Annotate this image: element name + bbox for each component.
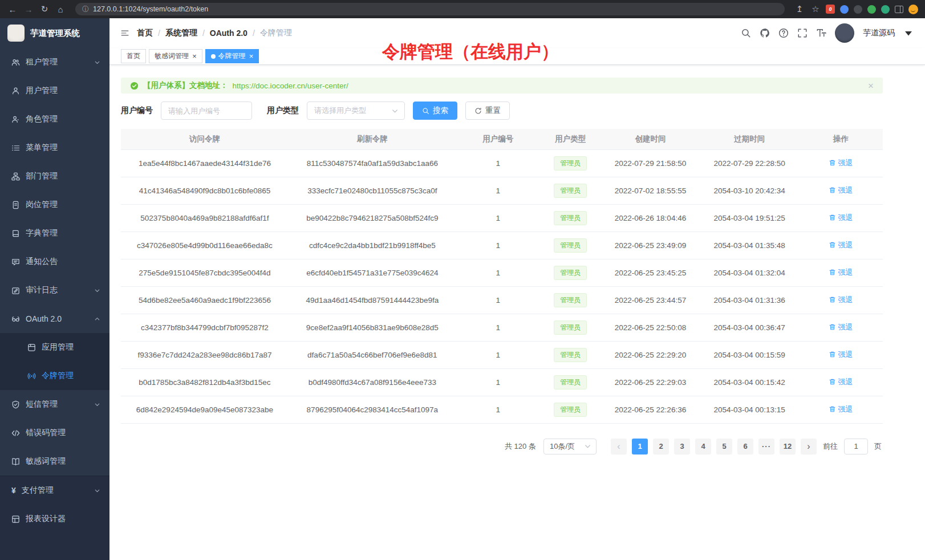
breadcrumb-item[interactable]: OAuth 2.0	[210, 29, 248, 38]
alert-doc-link[interactable]: https://doc.iocoder.cn/user-center/	[233, 82, 348, 90]
prev-page-button[interactable]: ‹	[611, 439, 627, 455]
tab-首页[interactable]: 首页	[121, 49, 146, 63]
book-icon	[11, 457, 20, 466]
cell-access-token: c342377bf8b344799dcbf7bf095287f2	[121, 314, 289, 341]
sidebar-item-oauth2[interactable]: OAuth 2.0	[0, 305, 109, 333]
page-size-value: 10条/页	[550, 441, 575, 452]
goto-page-input[interactable]	[844, 439, 868, 455]
user-type-select[interactable]: 请选择用户类型	[307, 102, 405, 120]
page-size-select[interactable]: 10条/页	[543, 439, 597, 455]
sidebar-item-menu[interactable]: 菜单管理	[0, 133, 109, 162]
fullscreen-icon[interactable]	[797, 28, 808, 38]
sidebar-item-tenant[interactable]: 租户管理	[0, 48, 109, 76]
more-pages-button[interactable]: ···	[758, 439, 774, 455]
breadcrumb-item[interactable]: 首页	[137, 28, 153, 38]
force-logout-button[interactable]: 强退	[829, 267, 853, 278]
force-logout-button[interactable]: 强退	[829, 322, 853, 332]
github-icon[interactable]	[760, 28, 770, 38]
page-button-3[interactable]: 3	[674, 439, 690, 455]
info-icon[interactable]: ⓘ	[82, 5, 89, 14]
force-logout-button[interactable]: 强退	[829, 404, 853, 415]
force-logout-button[interactable]: 强退	[829, 158, 853, 168]
app-logo[interactable]: 芋道管理系统	[0, 18, 109, 48]
font-size-icon[interactable]	[816, 28, 826, 38]
question-icon[interactable]	[778, 28, 789, 38]
sidebar-item-error-code[interactable]: 错误码管理	[0, 419, 109, 447]
chevron-down-icon	[94, 287, 100, 294]
extension-red-badge-icon[interactable]: 0	[826, 5, 835, 14]
sidebar-item-report-designer[interactable]: 报表设计器	[0, 505, 109, 533]
sidebar-item-audit-log[interactable]: 审计日志	[0, 276, 109, 305]
cell-user-type: 管理员	[540, 149, 601, 177]
reload-icon[interactable]: ↻	[39, 4, 50, 14]
force-logout-button[interactable]: 强退	[829, 213, 853, 223]
sidebar-item-notice[interactable]: 通知公告	[0, 247, 109, 276]
page-button-1[interactable]: 1	[632, 439, 648, 455]
back-icon[interactable]: ←	[7, 5, 18, 14]
page-button-4[interactable]: 4	[695, 439, 711, 455]
reset-button[interactable]: 重置	[465, 102, 510, 120]
sidebar-item-dict[interactable]: 字典管理	[0, 219, 109, 247]
user-avatar[interactable]	[835, 23, 854, 43]
alert-close-icon[interactable]: ×	[868, 81, 874, 91]
tab-敏感词管理[interactable]: 敏感词管理×	[149, 49, 202, 63]
cell-access-token: 502375b8040a469a9b82188afdf6af1f	[121, 204, 289, 232]
page-button-2[interactable]: 2	[653, 439, 669, 455]
tab-label: 令牌管理	[218, 51, 246, 61]
tab-close-icon[interactable]: ×	[192, 52, 197, 60]
forward-icon[interactable]: →	[23, 5, 34, 14]
home-icon[interactable]: ⌂	[55, 5, 66, 14]
url-bar[interactable]: ⓘ 127.0.0.1:1024/system/oauth2/token	[75, 3, 785, 15]
trash-icon	[829, 214, 836, 221]
search-button[interactable]: 搜索	[413, 102, 457, 120]
user-id-input[interactable]	[161, 102, 252, 120]
force-logout-button[interactable]: 强退	[829, 295, 853, 305]
force-logout-button[interactable]: 强退	[829, 350, 853, 360]
bookmark-star-icon[interactable]: ☆	[810, 4, 821, 14]
force-logout-button[interactable]: 强退	[829, 240, 853, 250]
sidebar-item-label: 应用管理	[42, 342, 100, 352]
page-button-6[interactable]: 6	[737, 439, 753, 455]
sidebar-item-sensitive-word[interactable]: 敏感词管理	[0, 447, 109, 476]
cell-created-time: 2022-06-25 23:45:25	[601, 259, 700, 286]
extension-blue-icon[interactable]	[840, 5, 849, 14]
cell-user-type: 管理员	[540, 341, 601, 368]
share-icon[interactable]: ↥	[794, 4, 805, 14]
page-suffix-label: 页	[874, 441, 882, 452]
sidebar-item-pay[interactable]: ¥支付管理	[0, 476, 109, 505]
trash-icon	[829, 269, 836, 276]
sidebar-item-label: 报表设计器	[26, 514, 100, 524]
caret-down-icon[interactable]	[903, 28, 914, 38]
force-logout-label: 强退	[838, 240, 853, 250]
split-view-icon[interactable]	[895, 6, 903, 13]
extensions-puzzle-icon[interactable]	[881, 5, 890, 14]
breadcrumb-item[interactable]: 系统管理	[165, 28, 197, 38]
cell-expire-time: 2054-03-04 01:32:04	[700, 259, 799, 286]
cell-access-token: 275e5de9151045fe87cbdc395e004f4d	[121, 259, 289, 286]
sidebar-item-dept[interactable]: 部门管理	[0, 162, 109, 190]
tab-令牌管理[interactable]: 令牌管理×	[205, 49, 259, 63]
sidebar-item-role[interactable]: 角色管理	[0, 105, 109, 133]
page-button-5[interactable]: 5	[716, 439, 732, 455]
sidebar-item-oauth2-app[interactable]: 应用管理	[0, 333, 109, 362]
page-button-12[interactable]: 12	[780, 439, 796, 455]
search-icon[interactable]	[741, 28, 751, 38]
sidebar-item-oauth2-token[interactable]: 令牌管理	[0, 362, 109, 390]
force-logout-button[interactable]: 强退	[829, 185, 853, 196]
breadcrumb-separator: /	[158, 29, 160, 38]
cell-action: 强退	[799, 286, 883, 314]
tab-close-icon[interactable]: ×	[249, 52, 254, 60]
username[interactable]: 芋道源码	[863, 28, 895, 38]
sidebar-item-post[interactable]: 岗位管理	[0, 190, 109, 219]
extension-green-icon[interactable]	[867, 5, 876, 14]
hamburger-icon[interactable]	[121, 29, 129, 37]
next-page-button[interactable]: ›	[801, 439, 817, 455]
sidebar-item-sms[interactable]: 短信管理	[0, 390, 109, 419]
profile-avatar-icon[interactable]	[908, 5, 918, 14]
sidebar-item-user[interactable]: 用户管理	[0, 76, 109, 105]
extension-dark-icon[interactable]	[854, 5, 862, 14]
trash-icon	[829, 241, 836, 249]
sidebar-item-label: 支付管理	[22, 485, 94, 496]
cell-user-id: 1	[456, 286, 540, 314]
force-logout-button[interactable]: 强退	[829, 377, 853, 387]
